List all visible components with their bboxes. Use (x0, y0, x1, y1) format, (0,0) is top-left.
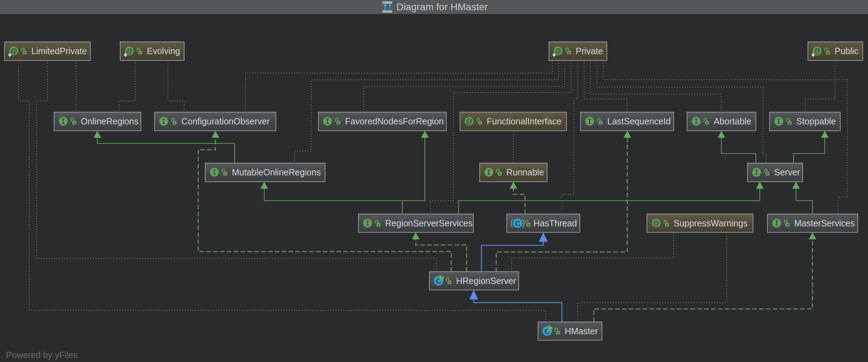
svg-text:MasterServices: MasterServices (794, 218, 855, 228)
svg-text:LastSequenceId: LastSequenceId (607, 116, 671, 126)
svg-text:@: @ (653, 219, 660, 227)
svg-text:@: @ (814, 47, 821, 55)
svg-text:@: @ (126, 47, 133, 55)
svg-text:C: C (515, 219, 520, 227)
svg-text:RegionServerServices: RegionServerServices (385, 218, 473, 228)
svg-text:SuppressWarnings: SuppressWarnings (674, 218, 747, 228)
svg-text:Powered by yFiles: Powered by yFiles (6, 350, 78, 360)
svg-text:(: ( (510, 218, 513, 228)
svg-text:LimitedPrivate: LimitedPrivate (31, 46, 87, 56)
svg-text:Runnable: Runnable (506, 167, 544, 177)
svg-text:Server: Server (774, 167, 800, 177)
svg-text:HRegionServer: HRegionServer (456, 276, 516, 286)
svg-text:ConfigurationObserver: ConfigurationObserver (181, 116, 270, 126)
svg-text:@: @ (466, 117, 473, 125)
svg-text:Abortable: Abortable (714, 116, 751, 126)
svg-text:Stoppable: Stoppable (796, 116, 836, 126)
svg-text:): ) (522, 218, 525, 228)
svg-text:HasThread: HasThread (533, 218, 577, 228)
svg-text:MutableOnlineRegions: MutableOnlineRegions (232, 167, 321, 177)
svg-text:FunctionalInterface: FunctionalInterface (487, 116, 562, 126)
svg-text:Evolving: Evolving (147, 46, 180, 56)
svg-text:OnlineRegions: OnlineRegions (81, 116, 138, 126)
svg-text:Diagram for HMaster: Diagram for HMaster (396, 1, 488, 12)
svg-text:FavoredNodesForRegion: FavoredNodesForRegion (345, 116, 444, 126)
svg-text:@: @ (555, 47, 562, 55)
svg-text:@: @ (10, 47, 17, 55)
svg-text:Private: Private (576, 46, 603, 56)
svg-text:Public: Public (835, 46, 859, 56)
svg-text:HMaster: HMaster (565, 326, 598, 336)
